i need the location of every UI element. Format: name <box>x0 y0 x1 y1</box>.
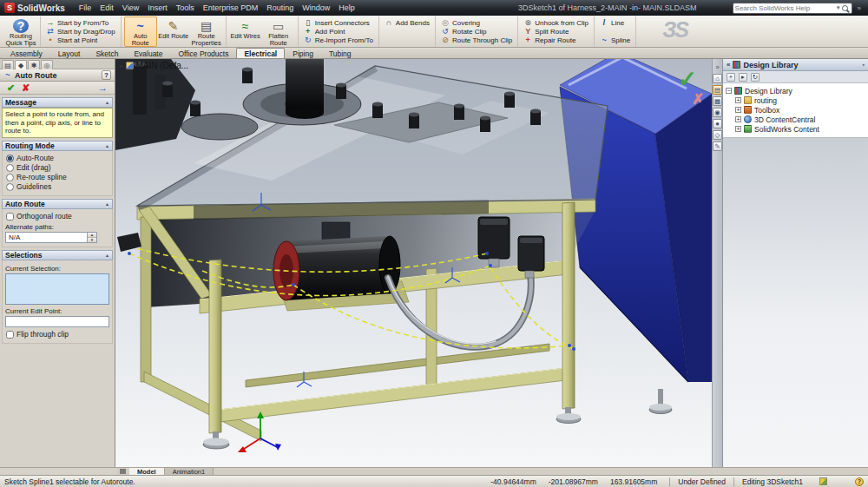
file-explorer-icon[interactable]: ▦ <box>713 96 722 106</box>
menu-help[interactable]: Help <box>334 2 359 14</box>
start-by-fromto-button[interactable]: Start by From/To <box>43 18 118 27</box>
animation-tab[interactable]: Animation1 <box>165 468 214 475</box>
orthogonal-route-checkbox[interactable]: Orthogonal route <box>5 212 109 221</box>
quick-tips-help-icon[interactable] <box>855 477 864 486</box>
flip-through-clip-checkbox[interactable]: Flip through clip <box>5 330 109 339</box>
routing-mode-section-header[interactable]: Routing Mode <box>2 141 113 151</box>
tab-evaluate[interactable]: Evaluate <box>126 48 170 58</box>
expand-node-icon[interactable] <box>735 116 741 122</box>
tree-item-3d-contentcentral[interactable]: 3D ContentCentral <box>726 115 865 124</box>
insert-connectors-button[interactable]: Insert Connectors <box>301 18 376 27</box>
add-to-library-icon[interactable]: + <box>727 73 735 82</box>
search-results-icon[interactable]: ◉ <box>713 108 722 117</box>
auto-route-section-header[interactable]: Auto Route <box>2 199 113 209</box>
feature-tree-flyout[interactable]: MAIN (Defa... <box>120 61 188 70</box>
flip-through-clip-input[interactable] <box>6 331 14 339</box>
route-properties-button[interactable]: Route Properties <box>190 16 223 47</box>
menu-view[interactable]: View <box>118 2 143 14</box>
reimport-fromto-button[interactable]: Re-Import From/To <box>301 36 376 45</box>
menu-tools[interactable]: Tools <box>172 2 199 14</box>
search-input[interactable] <box>735 4 835 12</box>
ok-button[interactable] <box>7 82 15 94</box>
selections-section-header[interactable]: Selections <box>2 250 113 260</box>
radio-guidelines[interactable]: Guidelines <box>5 182 109 192</box>
dimxpert-tab-icon[interactable]: ◎ <box>41 60 53 69</box>
next-button[interactable] <box>98 82 108 93</box>
expand-node-icon[interactable] <box>735 107 741 113</box>
appearances-icon[interactable]: ◇ <box>713 130 722 140</box>
expand-node-icon[interactable] <box>735 126 741 132</box>
add-point-button[interactable]: Add Point <box>301 27 376 36</box>
expand-node-icon[interactable] <box>735 97 741 103</box>
property-manager-tab-icon[interactable]: ◆ <box>15 60 27 69</box>
alternate-paths-spinner[interactable]: N/A ▲ ▼ <box>5 232 97 243</box>
add-file-location-icon[interactable]: ▸ <box>739 73 747 82</box>
collapse-pane-icon[interactable]: » <box>713 63 722 72</box>
tab-layout[interactable]: Layout <box>50 48 89 58</box>
tab-tubing[interactable]: Tubing <box>321 48 359 58</box>
start-at-point-button[interactable]: Start at Point <box>43 36 118 45</box>
radio-edit-drag[interactable]: Edit (drag) <box>5 163 109 173</box>
cancel-button[interactable] <box>22 82 30 94</box>
editing-status[interactable]: Editing 3DSketch1 <box>733 477 811 486</box>
radio-guidelines-input[interactable] <box>6 183 14 191</box>
routing-quick-tips-button[interactable]: Routing Quick Tips <box>4 16 37 47</box>
tree-item-toolbox[interactable]: Toolbox <box>726 105 865 115</box>
spinner-down-icon[interactable]: ▼ <box>88 238 96 242</box>
tab-electrical[interactable]: Electrical <box>236 48 285 58</box>
expand-icon[interactable] <box>120 63 123 69</box>
menu-file[interactable]: File <box>75 2 96 14</box>
configuration-manager-tab-icon[interactable]: ✱ <box>28 60 40 69</box>
tab-office-products[interactable]: Office Products <box>170 48 236 58</box>
splitter-icon[interactable] <box>120 469 126 474</box>
toolbar-overflow-icon[interactable] <box>855 4 864 12</box>
confirmation-cancel-icon[interactable]: ✗ <box>692 91 704 108</box>
flatten-route-button[interactable]: Flatten Route <box>262 16 295 47</box>
current-edit-point-listbox[interactable] <box>5 316 109 327</box>
spline-button[interactable]: Spline <box>597 36 633 45</box>
edit-wires-button[interactable]: Edit Wires <box>229 16 262 47</box>
collapse-icon[interactable] <box>727 61 730 69</box>
menu-routing[interactable]: Routing <box>262 2 298 14</box>
unhook-from-clip-button[interactable]: Unhook from Clip <box>521 18 591 27</box>
menu-enterprise-pdm[interactable]: Enterprise PDM <box>199 2 263 14</box>
menu-edit[interactable]: Edit <box>95 2 118 14</box>
tab-assembly[interactable]: Assembly <box>3 48 50 58</box>
start-by-dragdrop-button[interactable]: Start by Drag/Drop <box>43 27 118 36</box>
radio-auto-route-input[interactable] <box>6 155 14 162</box>
radio-auto-route[interactable]: Auto-Route <box>5 154 109 163</box>
menu-window[interactable]: Window <box>298 2 334 14</box>
route-through-clip-button[interactable]: Route Through Clip <box>438 36 515 45</box>
feature-manager-tab-icon[interactable]: ▤ <box>2 60 14 69</box>
pin-icon[interactable] <box>863 62 865 68</box>
collapse-node-icon[interactable] <box>726 88 732 94</box>
tab-piping[interactable]: Piping <box>285 48 321 58</box>
view-palette-icon[interactable]: ● <box>713 119 722 128</box>
radio-edit-drag-input[interactable] <box>6 164 14 172</box>
current-selection-listbox[interactable] <box>5 273 109 305</box>
graphics-area[interactable]: ✓ ✗ MAIN (Defa... <box>115 59 712 467</box>
auto-route-button[interactable]: Auto Route <box>124 16 157 47</box>
feature-tree-root-label[interactable]: MAIN (Defa... <box>136 61 189 70</box>
custom-properties-icon[interactable]: ✎ <box>713 141 722 151</box>
help-icon[interactable] <box>102 70 111 80</box>
confirmation-ok-icon[interactable]: ✓ <box>678 66 697 92</box>
message-section-header[interactable]: Message <box>2 97 113 108</box>
orthogonal-route-input[interactable] <box>6 213 14 220</box>
refresh-icon[interactable]: ↻ <box>751 73 760 82</box>
edit-route-button[interactable]: Edit Route <box>157 16 190 47</box>
viewport-3d-scene[interactable]: ✓ ✗ <box>115 59 712 467</box>
rotate-clip-button[interactable]: Rotate Clip <box>438 27 515 36</box>
search-icon[interactable] <box>842 5 848 11</box>
repair-route-button[interactable]: Repair Route <box>521 36 591 45</box>
model-tab[interactable]: Model <box>129 468 165 475</box>
tree-item-solidworks-content[interactable]: SolidWorks Content <box>726 124 865 134</box>
line-button[interactable]: Line <box>597 18 633 28</box>
covering-button[interactable]: Covering <box>438 18 515 27</box>
add-bends-button[interactable]: Add Bends <box>382 18 432 28</box>
tree-item-routing[interactable]: routing <box>726 95 865 105</box>
split-route-button[interactable]: Split Route <box>521 27 591 36</box>
menu-insert[interactable]: Insert <box>143 2 172 14</box>
design-library-icon[interactable]: ▤ <box>713 85 722 95</box>
tree-item-design-library[interactable]: Design Library <box>726 86 865 95</box>
